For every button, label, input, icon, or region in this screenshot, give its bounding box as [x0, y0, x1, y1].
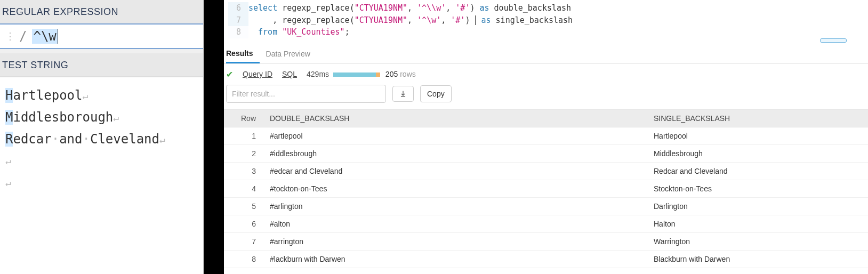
- cell-double: #artlepool: [264, 127, 648, 144]
- success-check-icon: ✔: [226, 69, 233, 79]
- query-status-bar: ✔ Query ID SQL 429ms 205rows: [224, 64, 868, 85]
- query-time: 429ms: [307, 70, 376, 78]
- cell-rownum: 3: [224, 162, 264, 180]
- copy-button[interactable]: Copy: [420, 85, 452, 102]
- table-row[interactable]: 4#tockton-on-TeesStockton-on-Tees: [224, 180, 868, 197]
- tab-results[interactable]: Results: [226, 44, 260, 63]
- results-controls: Copy: [224, 85, 868, 109]
- table-row[interactable]: 8#lackburn with DarwenBlackburn with Dar…: [224, 250, 868, 268]
- test-line: Redcar·and·Cleveland↵: [5, 128, 198, 150]
- table-row[interactable]: 3#edcar and ClevelandRedcar and Clevelan…: [224, 162, 868, 180]
- line-number: 6: [228, 2, 248, 14]
- row-count: 205rows: [385, 70, 416, 78]
- cell-rownum: 5: [224, 197, 264, 215]
- table-row[interactable]: 2#iddlesbroughMiddlesbrough: [224, 144, 868, 162]
- cell-single: Middlesbrough: [648, 144, 868, 162]
- cell-rownum: 4: [224, 180, 264, 197]
- line-number: 7: [228, 14, 248, 27]
- code-line: 8 from "UK_Counties";: [228, 26, 864, 38]
- query-time-value: 429ms: [307, 70, 329, 78]
- test-line: Hartlepool↵: [5, 85, 198, 107]
- col-header-double[interactable]: DOUBLE_BACKSLASH: [264, 110, 648, 127]
- cell-double: #arlington: [264, 197, 648, 215]
- cell-single: Hartlepool: [648, 127, 868, 144]
- code-content: select regexp_replace("CTYUA19NM", '^\\w…: [248, 2, 571, 14]
- code-line: 6select regexp_replace("CTYUA19NM", '^\\…: [228, 2, 864, 14]
- table-row[interactable]: 6#altonHalton: [224, 215, 868, 232]
- table-row[interactable]: 5#arlingtonDarlington: [224, 197, 868, 215]
- col-header-single[interactable]: SINGLE_BACKSLASH: [648, 110, 868, 127]
- cell-single: Halton: [648, 215, 868, 232]
- code-content: , regexp_replace("CTYUA19NM", '^\w', '#'…: [248, 14, 573, 27]
- cell-double: #iddlesbrough: [264, 144, 648, 162]
- cell-single: Blackburn with Darwen: [648, 250, 868, 268]
- sql-editor[interactable]: 6select regexp_replace("CTYUA19NM", '^\\…: [224, 0, 868, 44]
- pane-divider: [204, 0, 224, 274]
- results-table-wrap: Row DOUBLE_BACKSLASH SINGLE_BACKSLASH 1#…: [224, 109, 868, 275]
- results-tabs: Results Data Preview: [224, 44, 868, 64]
- filter-input[interactable]: [226, 85, 386, 103]
- row-count-value: 205: [385, 70, 398, 78]
- cell-double: #lackburn with Darwen: [264, 250, 648, 268]
- test-string-area[interactable]: Hartlepool↵Middlesborough↵Redcar·and·Cle…: [0, 77, 203, 274]
- timing-bar-icon: [333, 72, 376, 77]
- table-header-row: Row DOUBLE_BACKSLASH SINGLE_BACKSLASH: [224, 110, 868, 127]
- regex-value[interactable]: ^\w: [32, 29, 58, 44]
- sql-results-pane: 6select regexp_replace("CTYUA19NM", '^\\…: [224, 0, 868, 274]
- query-id-link[interactable]: Query ID: [243, 70, 272, 78]
- test-line: Middlesborough↵: [5, 107, 198, 128]
- cell-rownum: 2: [224, 144, 264, 162]
- regex-input[interactable]: ⋮ / ^\w: [0, 23, 203, 49]
- drag-handle-icon: ⋮: [5, 31, 15, 41]
- cell-double: #tockton-on-Tees: [264, 180, 648, 197]
- regex-tester-pane: REGULAR EXPRESSION ⋮ / ^\w TEST STRING H…: [0, 0, 204, 274]
- rows-label: rows: [400, 70, 416, 78]
- test-string-section-label: TEST STRING: [0, 53, 203, 77]
- sql-link[interactable]: SQL: [282, 70, 297, 78]
- results-table: Row DOUBLE_BACKSLASH SINGLE_BACKSLASH 1#…: [224, 110, 868, 268]
- pane-resize-handle[interactable]: [820, 38, 847, 43]
- table-row[interactable]: 1#artlepoolHartlepool: [224, 127, 868, 144]
- code-line: 7 , regexp_replace("CTYUA19NM", '^\w', '…: [228, 14, 864, 27]
- col-header-row[interactable]: Row: [224, 110, 264, 127]
- line-number: 8: [228, 26, 248, 38]
- cell-rownum: 1: [224, 127, 264, 144]
- tab-data-preview[interactable]: Data Preview: [266, 44, 317, 62]
- download-icon: [399, 90, 407, 98]
- cell-single: Stockton-on-Tees: [648, 180, 868, 197]
- test-line-empty: ↵: [5, 172, 198, 194]
- cell-single: Darlington: [648, 197, 868, 215]
- cell-rownum: 8: [224, 250, 264, 268]
- cell-double: #alton: [264, 215, 648, 232]
- cell-rownum: 7: [224, 232, 264, 250]
- table-row[interactable]: 7#arringtonWarrington: [224, 232, 868, 250]
- cell-single: Warrington: [648, 232, 868, 250]
- regex-delimiter: /: [19, 29, 27, 44]
- regex-section-label: REGULAR EXPRESSION: [0, 0, 203, 23]
- download-button[interactable]: [392, 86, 414, 102]
- cell-rownum: 6: [224, 215, 264, 232]
- test-line-empty: ↵: [5, 150, 198, 172]
- cell-double: #arrington: [264, 232, 648, 250]
- code-content: from "UK_Counties";: [248, 26, 350, 38]
- cell-single: Redcar and Cleveland: [648, 162, 868, 180]
- cell-double: #edcar and Cleveland: [264, 162, 648, 180]
